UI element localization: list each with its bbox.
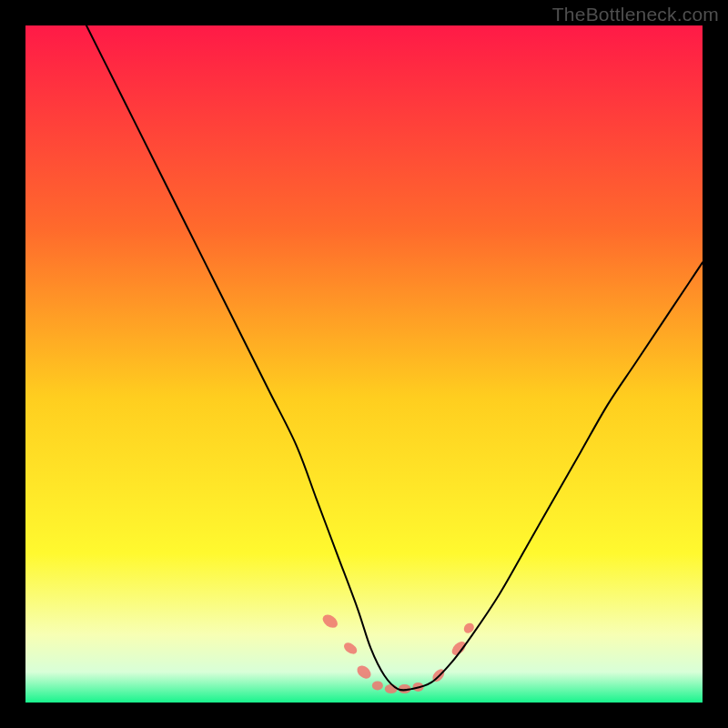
chart-svg [25, 25, 703, 703]
gradient-background [25, 25, 703, 703]
chart-frame: TheBottleneck.com [0, 0, 728, 728]
watermark-text: TheBottleneck.com [552, 4, 719, 25]
trough-marker [372, 681, 383, 690]
plot-area [25, 25, 703, 703]
trough-marker [385, 684, 398, 693]
